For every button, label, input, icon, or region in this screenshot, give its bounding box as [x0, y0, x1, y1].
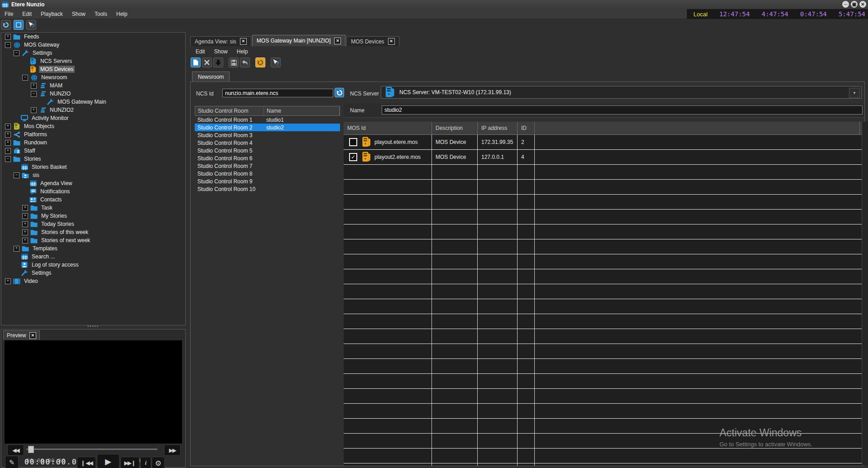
new-document-button[interactable] [191, 57, 201, 67]
fast-forward-button[interactable]: ▶▶ [164, 444, 181, 456]
tree-item-contacts[interactable]: Contacts [1, 196, 185, 204]
menu-item-help[interactable]: Help [112, 10, 132, 19]
checkbox-checked[interactable]: ✓ [349, 153, 357, 161]
mos-empty-row[interactable] [344, 389, 862, 404]
studio-row-10[interactable]: Studio Control Room 10 [195, 185, 340, 193]
tree-item-ncs-servers[interactable]: NCS Servers [1, 57, 185, 65]
expand-icon[interactable]: + [14, 246, 19, 252]
expand-icon[interactable]: + [31, 83, 37, 89]
undo-blue-button[interactable] [1, 20, 11, 30]
tree-item-rundown[interactable]: +Rundown [1, 138, 185, 147]
minimize-button[interactable]: ─ [842, 1, 849, 8]
tree-item-stories-of-this-week[interactable]: +Stories of this week [1, 228, 185, 236]
mos-empty-row[interactable] [344, 210, 862, 224]
name-input[interactable] [382, 105, 863, 115]
mos-empty-row[interactable] [344, 284, 862, 299]
tree-item-settings[interactable]: Settings [1, 269, 185, 277]
seek-slider-handle[interactable] [28, 446, 34, 453]
mos-empty-row[interactable] [344, 254, 862, 269]
studio-row-3[interactable]: Studio Control Room 3 [195, 131, 340, 139]
expand-icon[interactable]: + [5, 278, 11, 284]
studio-row-5[interactable]: Studio Control Room 5 [195, 147, 340, 154]
mos-column-header-ip-address[interactable]: IP address [478, 122, 518, 134]
chevron-down-icon[interactable]: ▼ [849, 88, 860, 98]
tree-item-log-of-story-access[interactable]: Log of story access [1, 261, 185, 269]
menu-item-playback[interactable]: Playback [36, 10, 67, 19]
tree-item-sis[interactable]: −sis [1, 171, 185, 179]
tree-item-mos-gateway-main[interactable]: MOS Gateway Main [1, 98, 185, 106]
tree-item-staff[interactable]: +Staff [1, 147, 185, 155]
tree-item-my-stories[interactable]: +My Stories [1, 212, 185, 220]
mos-column-header-filler[interactable] [535, 122, 860, 134]
tree-item-search[interactable]: Search ... [1, 253, 185, 261]
tree-item-templates[interactable]: +Templates [1, 244, 185, 253]
studio-column-header-1[interactable]: Name [264, 106, 340, 115]
tree-item-video[interactable]: +Video [1, 277, 185, 285]
expand-icon[interactable]: + [5, 124, 11, 129]
refresh-button[interactable] [255, 57, 265, 67]
collapse-icon[interactable]: − [31, 91, 37, 97]
collapse-icon[interactable]: − [5, 42, 11, 48]
studio-row-4[interactable]: Studio Control Room 4 [195, 139, 340, 147]
mos-empty-row[interactable] [344, 374, 862, 389]
save-button[interactable] [229, 57, 239, 67]
tree-item-mos-objects[interactable]: +Mos Objects [1, 122, 185, 130]
close-icon[interactable]: ✕ [29, 332, 36, 339]
checkbox-unchecked[interactable] [349, 138, 357, 146]
close-icon[interactable]: ✕ [388, 38, 395, 45]
download-button[interactable] [213, 57, 223, 67]
tree-item-agenda-view[interactable]: Agenda View [1, 179, 185, 187]
mos-empty-row[interactable] [344, 463, 862, 466]
tab-agenda-view-sis[interactable]: Agenda View: sis✕ [190, 36, 251, 46]
tree-item-platforms[interactable]: +Platforms [1, 130, 185, 138]
tree-item-nunzio[interactable]: −NUNZIO [1, 90, 185, 98]
studio-row-9[interactable]: Studio Control Room 9 [195, 177, 340, 185]
expand-icon[interactable]: + [5, 148, 11, 154]
edit-pen-icon[interactable]: ✎ [5, 456, 19, 468]
tree-item-today-stories[interactable]: +Today Stories [1, 220, 185, 228]
menu-item-file[interactable]: File [0, 10, 18, 19]
help-cursor-button[interactable]: ? [271, 57, 281, 67]
stop-blue-button[interactable] [14, 20, 24, 30]
ncs-id-input[interactable] [222, 89, 333, 97]
help-cursor-button[interactable]: ? [26, 20, 36, 30]
delete-button[interactable] [202, 57, 212, 67]
mos-column-header-description[interactable]: Description [432, 122, 478, 134]
splitter-handle[interactable]: ••••• [1, 325, 186, 329]
tree-item-mos-devices[interactable]: MOS Devices [1, 65, 185, 73]
doc-menu-item-help[interactable]: Help [232, 47, 253, 56]
mos-device-row-1[interactable]: playout.etere.mosMOS Device172.31.99.352 [344, 135, 862, 150]
tree-item-stories-of-next-week[interactable]: +Stories of next week [1, 236, 185, 244]
tree-item-task[interactable]: +Task [1, 204, 185, 212]
expand-icon[interactable]: + [22, 205, 28, 211]
mos-column-header-mos-id[interactable]: MOS Id [344, 122, 432, 134]
mos-empty-row[interactable] [344, 299, 862, 314]
vertical-scrollbar[interactable] [862, 122, 868, 466]
tree-item-notifications[interactable]: Notifications [1, 187, 185, 196]
ncs-server-dropdown[interactable]: NCS Server: VM-TEST02-W10 (172.31.99.13)… [381, 86, 862, 99]
expand-icon[interactable]: + [22, 238, 28, 244]
studio-row-1[interactable]: Studio Control Room 1studio1 [195, 116, 340, 124]
doc-menu-item-show[interactable]: Show [210, 47, 232, 56]
expand-icon[interactable]: + [5, 140, 11, 146]
close-icon[interactable]: ✕ [240, 38, 247, 45]
collapse-icon[interactable]: − [14, 50, 19, 56]
tree-item-activity-monitor[interactable]: Activity Monitor [1, 114, 185, 122]
tree-item-settings[interactable]: −Settings [1, 49, 185, 57]
menu-item-tools[interactable]: Tools [90, 10, 112, 19]
mos-empty-row[interactable] [344, 195, 862, 210]
restore-button[interactable]: ▣ [851, 1, 858, 8]
skip-start-button[interactable]: ❙◀◀ [77, 457, 96, 468]
undo-button[interactable] [240, 57, 250, 67]
mos-empty-row[interactable] [344, 314, 862, 329]
mos-empty-row[interactable] [344, 239, 862, 254]
tree-item-nunzio2[interactable]: +NUNZIO2 [1, 106, 185, 114]
collapse-icon[interactable]: − [14, 172, 19, 178]
play-button[interactable]: ▶ [97, 454, 120, 468]
tab-mos-devices[interactable]: MOS Devices✕ [346, 36, 399, 46]
doc-menu-item-edit[interactable]: Edit [191, 47, 210, 56]
studio-row-8[interactable]: Studio Control Room 8 [195, 170, 340, 177]
expand-icon[interactable]: + [31, 107, 37, 113]
mos-empty-row[interactable] [344, 404, 862, 419]
collapse-icon[interactable]: − [5, 156, 11, 162]
